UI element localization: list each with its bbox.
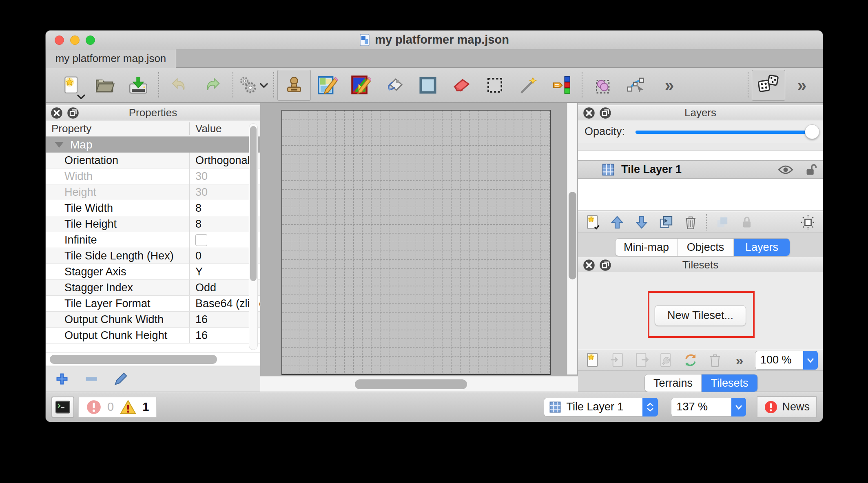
zoom-window-button[interactable] — [86, 35, 95, 45]
layer-unlocked-icon[interactable] — [806, 163, 817, 176]
property-row[interactable]: Width30 — [46, 168, 260, 184]
property-row[interactable]: OrientationOrthogonal — [46, 153, 260, 168]
raise-layer-button[interactable] — [606, 213, 629, 232]
float-panel-icon[interactable] — [599, 107, 611, 119]
property-row[interactable]: Output Chunk Height16 — [46, 328, 260, 343]
lower-layer-button[interactable] — [630, 213, 653, 232]
property-row[interactable]: Height30 — [46, 184, 260, 200]
property-row[interactable]: Output Chunk Width16 — [46, 312, 260, 328]
map-zoom-combo[interactable]: 137 % — [671, 398, 746, 417]
tab-mini-map[interactable]: Mini-map — [616, 239, 677, 256]
new-layer-button[interactable] — [581, 213, 604, 232]
rectangular-select-tool[interactable] — [478, 70, 512, 101]
terrain-brush-tool[interactable] — [311, 70, 344, 101]
tilesets-overflow-button[interactable]: » — [728, 351, 751, 370]
new-map-button[interactable] — [55, 70, 88, 101]
scrollbar-thumb[interactable] — [250, 126, 257, 281]
issues-status[interactable]: 0 1 — [78, 397, 157, 417]
properties-vertical-scrollbar[interactable] — [249, 123, 258, 350]
add-property-button[interactable] — [53, 370, 71, 388]
highlight-current-layer-toggle[interactable] — [797, 213, 819, 232]
infinite-checkbox[interactable] — [195, 234, 207, 246]
property-row[interactable]: Tile Side Length (Hex)0 — [46, 248, 260, 264]
shape-fill-tool[interactable] — [411, 70, 445, 101]
layer-visible-eye-icon[interactable] — [778, 165, 793, 175]
combo-dropdown-button[interactable] — [731, 398, 746, 417]
canvas-vertical-scrollbar[interactable] — [567, 103, 577, 374]
news-button[interactable]: News — [757, 396, 817, 418]
property-row[interactable]: Stagger AxisY — [46, 264, 260, 280]
tileset-edit-tool[interactable] — [344, 70, 378, 101]
document-tab[interactable]: my platformer map.json — [46, 49, 176, 68]
property-row[interactable]: Stagger IndexOdd — [46, 280, 260, 296]
automapping-button[interactable] — [237, 70, 270, 101]
select-objects-tool[interactable] — [586, 70, 619, 101]
toolbar-overflow-button[interactable]: » — [653, 70, 686, 101]
duplicate-layer-button[interactable] — [655, 213, 678, 232]
open-file-button[interactable] — [88, 70, 122, 101]
same-tile-select-tool[interactable] — [545, 70, 578, 101]
combo-dropdown-button[interactable] — [803, 351, 818, 370]
collapse-triangle-icon[interactable] — [55, 142, 64, 148]
edit-tileset-button[interactable] — [655, 351, 678, 370]
current-layer-select[interactable]: Tile Layer 1 — [544, 398, 658, 417]
tab-layers[interactable]: Layers — [733, 239, 790, 256]
scrollbar-thumb[interactable] — [569, 192, 576, 279]
float-panel-icon[interactable] — [67, 107, 79, 119]
dock-tabs: Terrains Tilesets — [644, 374, 758, 392]
tile-layer-icon — [549, 401, 561, 413]
redo-button[interactable] — [196, 70, 229, 101]
scrollbar-thumb[interactable] — [50, 355, 217, 364]
opacity-row: Opacity: — [578, 120, 823, 143]
opacity-slider-knob[interactable] — [805, 124, 819, 139]
title-bar[interactable]: my platformer map.json — [46, 31, 823, 49]
map-canvas-area[interactable] — [260, 103, 578, 392]
new-tileset-toolbar-button[interactable] — [581, 351, 604, 370]
canvas-horizontal-scrollbar[interactable] — [260, 376, 578, 392]
eraser-tool[interactable] — [445, 70, 478, 101]
property-row[interactable]: Tile Height8 — [46, 216, 260, 232]
map-view[interactable] — [281, 110, 551, 375]
delete-layer-button[interactable] — [679, 213, 702, 232]
close-window-button[interactable] — [55, 35, 64, 45]
layer-select-spinner[interactable] — [642, 398, 658, 417]
lock-layer-button[interactable] — [735, 213, 758, 232]
close-panel-icon[interactable] — [583, 107, 595, 119]
bucket-fill-tool[interactable] — [378, 70, 411, 101]
random-mode-toggle[interactable] — [752, 70, 785, 101]
opacity-slider[interactable] — [636, 124, 816, 140]
remove-tileset-button[interactable] — [704, 351, 726, 370]
float-panel-icon[interactable] — [599, 259, 611, 271]
reload-tileset-button[interactable] — [679, 351, 702, 370]
properties-horizontal-scrollbar[interactable] — [46, 352, 260, 366]
close-panel-icon[interactable] — [51, 107, 63, 119]
export-tileset-button[interactable] — [630, 351, 653, 370]
properties-panel: Properties Property Value Map Orientatio… — [46, 105, 260, 392]
stamp-brush-tool[interactable] — [277, 70, 311, 101]
edit-polygons-tool[interactable] — [619, 70, 653, 101]
map-group-row[interactable]: Map — [46, 137, 260, 153]
console-toggle-button[interactable] — [51, 397, 74, 418]
close-panel-icon[interactable] — [583, 259, 595, 271]
highlight-layer-button[interactable] — [711, 213, 734, 232]
minimize-window-button[interactable] — [70, 35, 80, 45]
property-row-infinite[interactable]: Infinite — [46, 232, 260, 248]
remove-property-button[interactable] — [82, 370, 100, 388]
tab-objects[interactable]: Objects — [677, 239, 733, 256]
error-badge-icon — [86, 399, 102, 415]
tileset-zoom-combo[interactable]: 100 % — [755, 351, 818, 370]
embed-tileset-button[interactable] — [606, 351, 629, 370]
property-row[interactable]: Tile Layer FormatBase64 (zlib compressed… — [46, 296, 260, 312]
save-file-button[interactable] — [122, 70, 155, 101]
undo-button[interactable] — [162, 70, 196, 101]
tab-terrains[interactable]: Terrains — [645, 374, 701, 392]
toolbar-overflow-button-2[interactable]: » — [785, 70, 819, 101]
magic-wand-tool[interactable] — [512, 70, 545, 101]
edit-property-button[interactable] — [112, 370, 130, 388]
status-bar: 0 1 Tile Layer 1 137 % — [46, 392, 823, 422]
scrollbar-thumb[interactable] — [355, 379, 467, 389]
property-row[interactable]: Tile Width8 — [46, 200, 260, 216]
tab-tilesets[interactable]: Tilesets — [701, 374, 757, 392]
opacity-slider-track[interactable] — [636, 131, 812, 134]
layer-row-tile-layer-1[interactable]: Tile Layer 1 — [578, 160, 823, 179]
